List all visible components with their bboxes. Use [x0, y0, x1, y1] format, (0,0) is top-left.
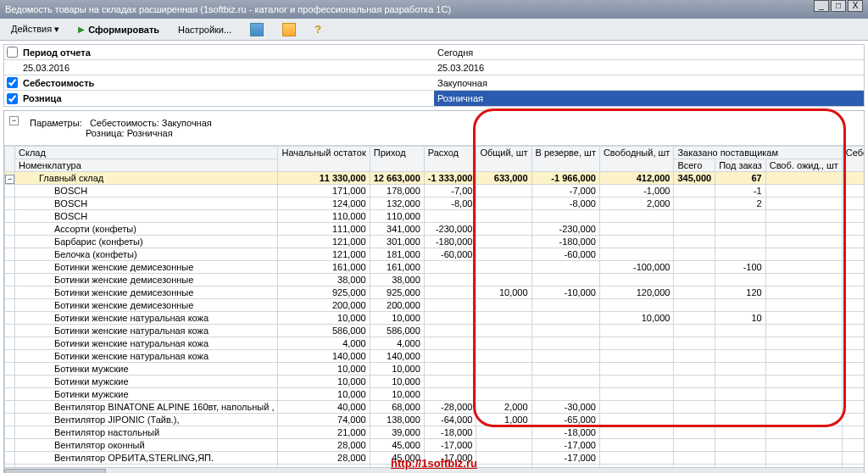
period-checkbox[interactable]: [7, 47, 18, 58]
cost-label: Себестоимость: [19, 78, 94, 88]
actions-menu[interactable]: Действия ▾: [5, 21, 65, 37]
report-area: − Параметры: Себестоимость: Закупочная Р…: [3, 110, 865, 473]
table-row[interactable]: Вентилятор настольный21,00039,000-18,000…: [5, 426, 865, 439]
table-row[interactable]: Ботинки женские натуральная кожа140,0001…: [5, 350, 865, 363]
table-row[interactable]: BOSCH171,000178,000-7,00-7,000-1,000-11 …: [5, 185, 865, 198]
report-table: Склад Начальный остаток Приход Расход Об…: [4, 146, 864, 467]
help-icon: ?: [314, 23, 321, 36]
period-today: Сегодня: [434, 45, 864, 59]
col-rezerv: В резерве, шт: [531, 147, 599, 172]
col-nach: Начальный остаток: [278, 147, 370, 172]
table-row[interactable]: Вентилятор BINATONE ALPINE 160вт, наполь…: [5, 401, 865, 414]
window-titlebar: Ведомость товары на складах расширенная …: [0, 0, 868, 19]
close-button[interactable]: X: [848, 0, 863, 12]
toolbar: Действия ▾ ▶Сформировать Настройки... ?: [0, 19, 868, 41]
period-from[interactable]: 25.03.2016: [19, 63, 70, 73]
period-label: Период отчета: [19, 47, 91, 58]
minimize-button[interactable]: _: [814, 0, 829, 12]
export-icon: [282, 23, 296, 36]
table-row[interactable]: Вентилятор оконный28,00045,000-17,000-17…: [5, 439, 865, 452]
col-sklad: Склад: [15, 147, 278, 159]
report-params-block: − Параметры: Себестоимость: Закупочная Р…: [4, 111, 864, 146]
col-obsh: Общий, шт: [476, 147, 531, 172]
window-title: Ведомость товары на складах расширенная …: [5, 0, 451, 19]
table-row[interactable]: Ботинки женские демисезонные38,00038,000…: [5, 274, 865, 287]
col-seb: Себестоимость: [842, 147, 864, 172]
help-button[interactable]: ?: [309, 20, 327, 38]
retail-label: Розница: [19, 93, 62, 103]
table-row[interactable]: Ботинки женские натуральная кожа10,00010…: [5, 312, 865, 325]
expand-icon[interactable]: −: [5, 175, 14, 184]
table-row[interactable]: Ботинки мужские10,00010,00044,001 958,00: [5, 376, 865, 388]
table-row[interactable]: Белочка (конфеты)121,000181,000-60,000-6…: [5, 248, 865, 261]
retail-value[interactable]: Розничная: [434, 91, 864, 106]
play-icon: ▶: [78, 25, 85, 34]
retail-checkbox[interactable]: [7, 93, 18, 104]
table-row[interactable]: Ботинки женские натуральная кожа586,0005…: [5, 325, 865, 337]
table-row[interactable]: Ботинки женские демисезонные200,000200,0…: [5, 299, 865, 312]
window-controls: _ □ X: [814, 0, 863, 19]
report-table-wrap[interactable]: Склад Начальный остаток Приход Расход Об…: [4, 146, 864, 467]
table-row[interactable]: Ботинки женские демисезонные925,000925,0…: [5, 287, 865, 299]
cost-value[interactable]: Закупочная: [434, 75, 864, 90]
collapse-icon[interactable]: −: [9, 116, 19, 125]
footer-link[interactable]: http://1softbiz.ru: [391, 457, 477, 470]
table-row[interactable]: BOSCH110,000110,000: [5, 210, 865, 223]
col-nomen: Номенклатура: [15, 159, 278, 172]
settings-button[interactable]: Настройки...: [172, 22, 237, 37]
cost-checkbox[interactable]: [7, 77, 18, 88]
toolbar-icon-1[interactable]: [244, 20, 270, 39]
col-zak-pod: Под заказ: [715, 159, 766, 172]
footer: http://1softbiz.ru: [0, 457, 868, 470]
col-zak-svob: Своб. ожид., шт: [765, 159, 842, 172]
table-row[interactable]: Ботинки женские демисезонные161,000161,0…: [5, 261, 865, 274]
table-row[interactable]: Ботинки мужские10,00010,00036,001 602,00: [5, 363, 865, 376]
col-zak-group: Заказано поставщикам: [674, 147, 842, 159]
table-row[interactable]: Ассорти (конфеты)111,000341,000-230,000-…: [5, 223, 865, 236]
col-zak-vsego: Всего: [674, 159, 715, 172]
total-row[interactable]: −Главный склад11 330,00012 663,000-1 333…: [5, 172, 865, 185]
col-prihod: Приход: [370, 147, 424, 172]
table-row[interactable]: Вентилятор JIPONIC (Тайв.),74,000138,000…: [5, 414, 865, 426]
table-row[interactable]: Ботинки мужские10,00010,00040,001 780,00: [5, 388, 865, 401]
col-rashod: Расход: [424, 147, 476, 172]
run-button[interactable]: ▶Сформировать: [72, 22, 165, 37]
params-panel: Период отчета Сегодня 25.03.2016 25.03.2…: [3, 44, 865, 107]
table-row[interactable]: BOSCH124,000132,000-8,00-8,0002,00021 00…: [5, 198, 865, 210]
toolbar-icon-2[interactable]: [276, 20, 302, 39]
table-row[interactable]: Ботинки женские натуральная кожа4,0004,0…: [5, 337, 865, 350]
table-row[interactable]: Барбарис (конфеты)121,000301,000-180,000…: [5, 236, 865, 248]
table-icon: [250, 23, 264, 36]
period-to[interactable]: 25.03.2016: [434, 60, 864, 75]
maximize-button[interactable]: □: [831, 0, 846, 12]
col-svob: Свободный, шт: [599, 147, 673, 172]
